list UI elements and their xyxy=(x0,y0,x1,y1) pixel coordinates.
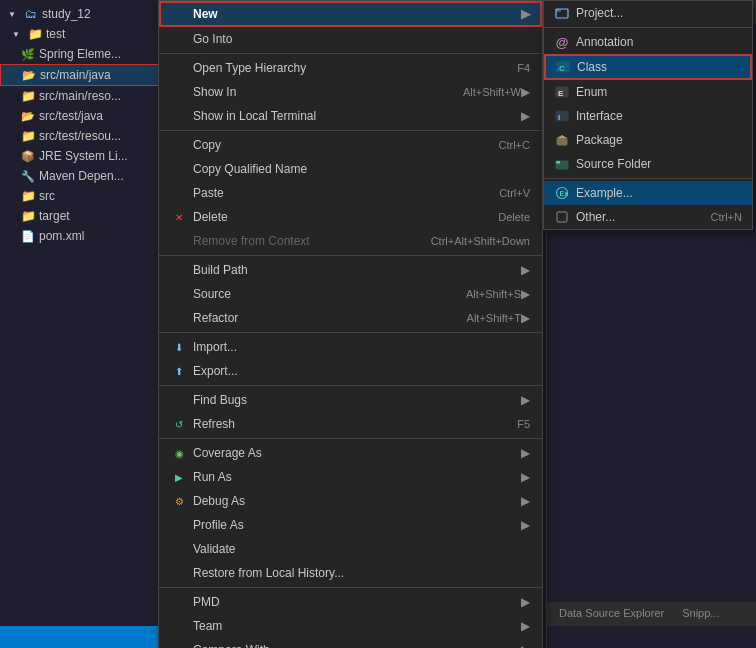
tree-item-icon-test: 📁 xyxy=(27,26,43,42)
menu-icon xyxy=(171,31,187,47)
submenu-item-enum[interactable]: E Enum xyxy=(544,80,752,104)
refresh-icon: ↺ xyxy=(171,416,187,432)
menu-item-refresh[interactable]: ↺ Refresh F5 xyxy=(159,412,542,436)
expand-arrow: ▼ xyxy=(4,6,20,22)
tree-item-test[interactable]: ▼ 📁 test xyxy=(0,24,160,44)
menu-item-delete[interactable]: ✕ Delete Delete xyxy=(159,205,542,229)
menu-item-coverage-as[interactable]: ◉ Coverage As ▶ xyxy=(159,441,542,465)
submenu-item-source-folder[interactable]: Source Folder xyxy=(544,152,752,176)
submenu-arrow: ▶ xyxy=(521,619,530,633)
menu-label: Compare With xyxy=(193,643,521,648)
submenu-icon-annotation: @ xyxy=(554,34,570,50)
submenu-item-example[interactable]: Ex Example... xyxy=(544,181,752,205)
menu-label: Build Path xyxy=(193,263,521,277)
menu-label: Show in Local Terminal xyxy=(193,109,521,123)
menu-item-find-bugs[interactable]: Find Bugs ▶ xyxy=(159,388,542,412)
menu-label: Profile As xyxy=(193,518,521,532)
submenu-item-package[interactable]: Package xyxy=(544,128,752,152)
menu-icon xyxy=(171,262,187,278)
menu-item-run-as[interactable]: ▶ Run As ▶ xyxy=(159,465,542,489)
submenu-arrow: ▶ xyxy=(521,7,530,21)
tree-item-src-test-resou[interactable]: 📁 src/test/resou... xyxy=(0,126,160,146)
submenu-item-annotation[interactable]: @ Annotation xyxy=(544,30,752,54)
menu-item-copy[interactable]: Copy Ctrl+C xyxy=(159,133,542,157)
submenu-item-project[interactable]: Project... xyxy=(544,1,752,25)
shortcut-label: F4 xyxy=(517,62,530,74)
export-icon: ⬆ xyxy=(171,363,187,379)
menu-icon xyxy=(171,137,187,153)
context-menu: New ▶ Go Into Open Type Hierarchy F4 Sho… xyxy=(158,0,543,648)
menu-item-validate[interactable]: Validate xyxy=(159,537,542,561)
menu-label: PMD xyxy=(193,595,521,609)
menu-icon xyxy=(171,310,187,326)
menu-item-source[interactable]: Source Alt+Shift+S ▶ xyxy=(159,282,542,306)
menu-icon xyxy=(171,6,187,22)
tree-item-target[interactable]: 📁 target xyxy=(0,206,160,226)
tree-item-label-src: src xyxy=(39,189,55,203)
menu-label: Go Into xyxy=(193,32,530,46)
menu-item-team[interactable]: Team ▶ xyxy=(159,614,542,638)
tree-item-pom-xml[interactable]: 📄 pom.xml xyxy=(0,226,160,246)
menu-item-import[interactable]: ⬇ Import... xyxy=(159,335,542,359)
submenu-label-package: Package xyxy=(576,133,623,147)
menu-item-build-path[interactable]: Build Path ▶ xyxy=(159,258,542,282)
menu-item-new[interactable]: New ▶ xyxy=(159,1,542,27)
tree-item-label-target: target xyxy=(39,209,70,223)
submenu-arrow: ▶ xyxy=(521,518,530,532)
menu-label: Paste xyxy=(193,186,479,200)
submenu-item-class[interactable]: C Class xyxy=(544,54,752,80)
delete-icon: ✕ xyxy=(171,209,187,225)
menu-item-export[interactable]: ⬆ Export... xyxy=(159,359,542,383)
tree-item-icon-src-main-reso: 📁 xyxy=(20,88,36,104)
tree-item-label-src-main-reso: src/main/reso... xyxy=(39,89,121,103)
submenu-separator xyxy=(544,27,752,28)
menu-separator xyxy=(159,53,542,54)
shortcut-label: F5 xyxy=(517,418,530,430)
menu-icon xyxy=(171,594,187,610)
menu-icon xyxy=(171,565,187,581)
menu-label: Restore from Local History... xyxy=(193,566,530,580)
menu-item-pmd[interactable]: PMD ▶ xyxy=(159,590,542,614)
submenu-item-interface[interactable]: I Interface xyxy=(544,104,752,128)
submenu-label-interface: Interface xyxy=(576,109,623,123)
menu-item-paste[interactable]: Paste Ctrl+V xyxy=(159,181,542,205)
menu-item-debug-as[interactable]: ⚙ Debug As ▶ xyxy=(159,489,542,513)
tree-item-jre-system[interactable]: 📦 JRE System Li... xyxy=(0,146,160,166)
shortcut-label: Ctrl+Alt+Shift+Down xyxy=(431,235,530,247)
bottom-tab-bar: Data Source ExplorerSnipp... xyxy=(547,602,756,626)
menu-item-show-in[interactable]: Show In Alt+Shift+W ▶ xyxy=(159,80,542,104)
menu-item-go-into[interactable]: Go Into xyxy=(159,27,542,51)
menu-item-compare-with[interactable]: Compare With ▶ xyxy=(159,638,542,648)
menu-label: Find Bugs xyxy=(193,393,521,407)
menu-item-show-local[interactable]: Show in Local Terminal ▶ xyxy=(159,104,542,128)
tree-item-maven-dep[interactable]: 🔧 Maven Depen... xyxy=(0,166,160,186)
submenu-arrow: ▶ xyxy=(521,263,530,277)
menu-label: Remove from Context xyxy=(193,234,411,248)
menu-label: Show In xyxy=(193,85,443,99)
tree-item-icon-jre-system: 📦 xyxy=(20,148,36,164)
menu-item-profile-as[interactable]: Profile As ▶ xyxy=(159,513,542,537)
submenu-icon-package xyxy=(554,132,570,148)
submenu-item-other[interactable]: Other... Ctrl+N xyxy=(544,205,752,229)
svg-text:C: C xyxy=(559,64,565,73)
tree-item-study12[interactable]: ▼ 🗂 study_12 xyxy=(0,4,160,24)
bottom-tab-datasource[interactable]: Data Source Explorer xyxy=(551,605,672,623)
submenu-icon-project xyxy=(554,5,570,21)
submenu-icon-interface: I xyxy=(554,108,570,124)
tree-item-src-main-reso[interactable]: 📁 src/main/reso... xyxy=(0,86,160,106)
menu-icon xyxy=(171,60,187,76)
menu-item-open-type[interactable]: Open Type Hierarchy F4 xyxy=(159,56,542,80)
tree-item-icon-study12: 🗂 xyxy=(23,6,39,22)
tree-item-src-main-java[interactable]: 📂 src/main/java xyxy=(0,64,160,86)
tree-item-src-test-java[interactable]: 📂 src/test/java xyxy=(0,106,160,126)
menu-item-restore-history[interactable]: Restore from Local History... xyxy=(159,561,542,585)
submenu-arrow: ▶ xyxy=(521,109,530,123)
tree-item-spring-elem[interactable]: 🌿 Spring Eleme... xyxy=(0,44,160,64)
svg-marker-9 xyxy=(557,135,567,138)
shortcut-label: Ctrl+V xyxy=(499,187,530,199)
tree-item-src[interactable]: 📁 src xyxy=(0,186,160,206)
menu-item-remove-context[interactable]: Remove from Context Ctrl+Alt+Shift+Down xyxy=(159,229,542,253)
bottom-tab-snippets[interactable]: Snipp... xyxy=(674,605,727,623)
menu-item-copy-qualified[interactable]: Copy Qualified Name xyxy=(159,157,542,181)
menu-item-refactor[interactable]: Refactor Alt+Shift+T ▶ xyxy=(159,306,542,330)
